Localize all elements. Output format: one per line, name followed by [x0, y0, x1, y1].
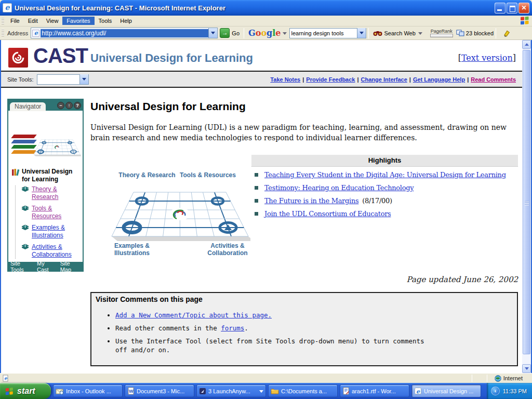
tree-root-item[interactable]: Universal Design for Learning — [11, 168, 81, 183]
diagram-label-theory-research[interactable]: Theory & Research — [118, 171, 176, 179]
folder-icon — [271, 388, 279, 394]
toolbar-grip[interactable] — [2, 17, 4, 25]
add-comment-link[interactable]: Add a New Comment/Topic about this page. — [115, 311, 272, 319]
statusbar-divider — [472, 375, 472, 382]
read-comments-link[interactable]: Read Comments — [471, 76, 516, 83]
close-button[interactable] — [518, 3, 529, 14]
tray-collapse-button[interactable] — [491, 387, 500, 395]
highlight-link-3[interactable]: The Future is in the Margins — [264, 197, 358, 205]
security-zone: Internet — [495, 375, 523, 382]
tree-item-examples-illustrations[interactable]: Examples & Illustrations — [21, 224, 81, 240]
tree-item-theory-research[interactable]: Theory & Research — [21, 185, 81, 201]
footer-site-map[interactable]: Site Map — [60, 260, 81, 273]
tree-item-tools-resources[interactable]: Tools & Resources — [21, 205, 81, 220]
menu-help[interactable]: Help — [116, 17, 136, 25]
navigator-help-button[interactable] — [74, 102, 81, 109]
task-wordpad-document[interactable]: arach1.rtf - Wor... — [340, 384, 409, 397]
go-arrow-icon — [220, 28, 230, 38]
highlighter-icon[interactable] — [502, 29, 511, 37]
provide-feedback-link[interactable]: Provide Feedback — [306, 76, 355, 83]
task-word-document[interactable]: W Document3 - Mic... — [125, 384, 194, 397]
menu-edit[interactable]: Edit — [24, 17, 42, 25]
web-page: CAST Universal Design for Learning [Text… — [1, 40, 522, 373]
site-tools-label: Site Tools: — [7, 76, 34, 83]
highlight-item: Join the UDL Consortium of Educators — [255, 210, 515, 218]
google-search-input[interactable]: learning design tools — [289, 28, 366, 38]
book-icon — [21, 243, 30, 250]
address-url[interactable]: http://www.cast.org/udl/ — [41, 29, 208, 37]
footer-my-cast[interactable]: My Cast — [37, 260, 56, 273]
vertical-scrollbar[interactable] — [522, 40, 531, 373]
menu-view[interactable]: View — [42, 17, 63, 25]
diagram-label-tools-resources[interactable]: Tools & Resources — [179, 171, 236, 179]
tree-item-activities-collaborations[interactable]: Activities & Collaborations — [21, 243, 81, 259]
menu-favorites[interactable]: Favorites — [62, 17, 94, 25]
book-icon — [21, 185, 30, 192]
menu-tools[interactable]: Tools — [95, 17, 116, 25]
site-tools-dropdown[interactable] — [37, 74, 89, 85]
navigator-footer: Site Tools My Cast Site Map — [8, 262, 83, 271]
task-explorer-folder[interactable]: C:\Documents a... — [268, 384, 338, 397]
navigator-up-button[interactable] — [65, 102, 73, 109]
task-internet-explorer[interactable]: e Universal Design ... — [411, 384, 481, 397]
minimize-button[interactable] — [495, 3, 506, 14]
pagerank-widget: PageRank — [430, 29, 453, 37]
diagram-label-activities-collaboration[interactable]: Activities & Collaboration — [199, 242, 256, 257]
tree-root-label[interactable]: Universal Design for Learning — [22, 168, 81, 183]
intro-paragraph: Universal Design for Learning (UDL) is a… — [90, 122, 517, 143]
scrollbar-up-arrow[interactable] — [522, 40, 531, 49]
take-notes-link[interactable]: Take Notes — [270, 76, 300, 83]
address-label: Address — [7, 30, 28, 36]
footer-site-tools[interactable]: Site Tools — [10, 260, 33, 273]
highlights-box: Highlights Teaching Every Student in the… — [251, 155, 518, 223]
text-version-link[interactable]: Text version — [461, 53, 513, 63]
utility-links: Take Notes|Provide Feedback|Change Inter… — [270, 76, 516, 83]
diagram-label-examples-illustrations[interactable]: Examples & Illustrations — [103, 242, 161, 257]
google-logo[interactable]: Google — [248, 28, 281, 38]
highlight-link-1[interactable]: Teaching Every Student in the Digital Ag… — [264, 171, 506, 179]
task-group-caret-icon[interactable] — [259, 390, 263, 395]
change-interface-link[interactable]: Change Interface — [361, 76, 407, 83]
text-version: [Text version] — [458, 53, 516, 63]
cast-logo-icon[interactable] — [8, 48, 28, 68]
popup-blocker-button[interactable]: 23 blocked — [456, 30, 494, 36]
start-button[interactable]: start — [0, 383, 51, 399]
svg-text:e: e — [416, 388, 420, 395]
chevron-down-icon[interactable] — [79, 74, 88, 84]
google-search-dropdown-button[interactable] — [357, 28, 366, 38]
get-language-help-link[interactable]: Get Language Help — [413, 76, 465, 83]
comment-item: Add a New Comment/Topic about this page. — [115, 311, 437, 320]
navigator-panel: Navigator — [7, 99, 84, 272]
scrollbar-grip — [525, 201, 529, 205]
binoculars-icon — [373, 30, 382, 37]
task-launchanywhere-group[interactable]: 3 LaunchAnyw... — [196, 384, 266, 397]
square-bullet-icon — [255, 173, 258, 177]
scrollbar-thumb[interactable] — [523, 50, 530, 354]
menu-file[interactable]: File — [6, 17, 24, 25]
toolbar-grip[interactable] — [2, 29, 4, 37]
udl-model-diagram[interactable] — [110, 190, 250, 244]
restore-button[interactable] — [507, 3, 517, 14]
page-icon — [32, 30, 39, 37]
google-menu-caret-icon[interactable] — [283, 32, 287, 37]
navigator-minimize-button[interactable] — [57, 102, 64, 109]
address-toolbar: Address http://www.cast.org/udl/ Go Goog… — [0, 26, 532, 40]
search-web-caret-icon[interactable] — [418, 32, 422, 37]
navigator-tree: Universal Design for Learning Theory & R… — [8, 167, 83, 259]
page-title: Universal Design for Learning — [90, 100, 246, 113]
square-bullet-icon — [255, 186, 258, 190]
cast-brand[interactable]: CAST — [33, 44, 88, 68]
address-dropdown-button[interactable] — [208, 28, 217, 38]
search-web-button[interactable]: Search Web — [371, 29, 427, 37]
forums-link[interactable]: forums — [221, 324, 244, 332]
task-outlook[interactable]: Inbox - Outlook ... — [53, 384, 123, 397]
go-button[interactable]: Go — [220, 28, 240, 38]
square-bullet-icon — [255, 199, 258, 203]
scrollbar-down-arrow[interactable] — [522, 364, 531, 373]
zone-label: Internet — [503, 375, 523, 381]
highlight-link-2[interactable]: Testimony: Hearing on Education Technolo… — [264, 184, 414, 192]
address-input[interactable]: http://www.cast.org/udl/ — [31, 28, 218, 38]
highlight-link-4[interactable]: Join the UDL Consortium of Educators — [264, 210, 391, 218]
books-icon — [11, 168, 20, 176]
windows-logo-icon — [520, 16, 530, 26]
